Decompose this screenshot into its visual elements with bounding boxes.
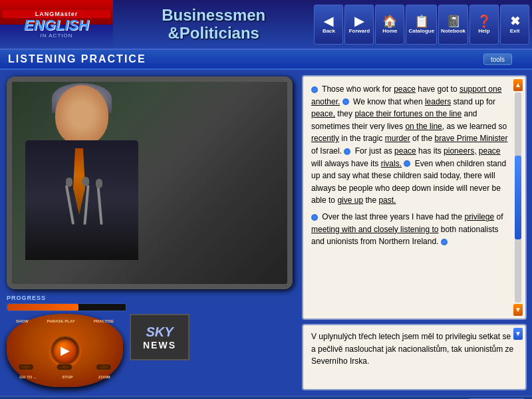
- home-button[interactable]: 🏠 Home: [375, 5, 404, 45]
- progress-bar-background: [7, 303, 126, 311]
- word-recently: recently: [311, 134, 339, 143]
- word-rivals: rivals.: [381, 159, 402, 168]
- word-peace-1: peace: [394, 84, 416, 94]
- progress-area: PROGRESS: [7, 295, 140, 311]
- remote-play-button[interactable]: ▶: [51, 336, 80, 365]
- remote-top-labels: SHOW PHRASE PLAY PRACTISE: [7, 319, 123, 323]
- word-peace-4: peace: [479, 146, 501, 156]
- scroll-down-button[interactable]: ▼: [513, 304, 523, 316]
- word-leaders: leaders: [425, 97, 451, 106]
- right-panel: Those who work for peace have got to sup…: [299, 70, 532, 396]
- scroll-track[interactable]: [515, 92, 521, 303]
- text-scroll-area[interactable]: Those who work for peace have got to sup…: [302, 75, 527, 320]
- remote-section: PROGRESS SHOW PHRASE PLAY PRACTISE ▶: [7, 295, 293, 387]
- remote-row: SHOW PHRASE PLAY PRACTISE ▶ GO TO ... ST…: [7, 314, 293, 387]
- top-bar: LANGMaster ENGLISH IN ACTION Businessmen…: [0, 0, 532, 50]
- catalogue-icon: 📋: [414, 15, 429, 27]
- remote-bottom-labels: GO TO ... STOP ZOOM: [7, 375, 123, 379]
- sky-text: SKY: [146, 325, 173, 340]
- word-fortunes: place their fortunes on the line: [354, 109, 462, 118]
- back-label: Back: [323, 28, 335, 34]
- title-area: Businessmen &Politicians: [113, 0, 314, 49]
- remote-control[interactable]: SHOW PHRASE PLAY PRACTISE ▶ GO TO ... ST…: [7, 314, 123, 387]
- logo-area: LANGMaster ENGLISH IN ACTION: [0, 0, 113, 49]
- main-title: Businessmen &Politicians: [162, 7, 265, 42]
- tv-inner: [12, 82, 287, 284]
- nav-icons: ◀ Back ▶ Forward 🏠 Home 📋 Catalogue 📓 No…: [314, 0, 532, 49]
- tools-button[interactable]: tools: [483, 54, 512, 65]
- catalogue-button[interactable]: 📋 Catalogue: [406, 5, 437, 45]
- exit-icon: ✖: [510, 15, 520, 27]
- bullet-2: [342, 98, 349, 105]
- english-title: ENGLISH: [24, 18, 89, 33]
- remote-small-btn-2[interactable]: [57, 364, 72, 370]
- news-text: NEWS: [143, 340, 176, 350]
- progress-label: PROGRESS: [7, 295, 140, 301]
- back-icon: ◀: [324, 15, 333, 27]
- mic-head-1: [66, 178, 72, 187]
- go-to-label: GO TO ...: [19, 375, 37, 379]
- bullet-6: [441, 239, 448, 245]
- stop-label: STOP: [62, 375, 72, 379]
- catalogue-label: Catalogue: [408, 28, 434, 34]
- mic-head-2: [82, 177, 89, 186]
- bullet-1: [311, 86, 318, 93]
- word-peace-2: peace,: [311, 109, 335, 118]
- forward-label: Forward: [349, 28, 370, 34]
- section-header: LISTENING PRACTICE tools: [0, 50, 532, 70]
- remote-small-btn-3[interactable]: [96, 364, 112, 370]
- notebook-icon: 📓: [446, 15, 461, 27]
- zoom-label: ZOOM: [98, 375, 110, 379]
- sky-news-logo: SKY NEWS: [130, 314, 190, 360]
- progress-bar-fill: [7, 304, 78, 311]
- help-label: Help: [478, 28, 489, 34]
- home-label: Home: [382, 28, 397, 34]
- notebook-button[interactable]: 📓 Notebook: [438, 5, 468, 45]
- word-privilege: privilege: [464, 212, 494, 221]
- translation-text: V uplynulých třech letech jsem měl to pr…: [311, 331, 517, 368]
- word-give-up: give up: [337, 196, 363, 205]
- show-label: SHOW: [16, 319, 29, 323]
- translation-area: ▼ V uplynulých třech letech jsem měl to …: [302, 324, 527, 390]
- tv-screen: [7, 76, 293, 289]
- word-murder: murder: [385, 134, 410, 143]
- help-icon: ❓: [477, 15, 491, 27]
- bullet-4: [404, 160, 410, 167]
- word-meeting: meeting with and closely listening to: [311, 225, 438, 234]
- word-peace-3: peace: [394, 146, 416, 156]
- scroll-up-button[interactable]: ▲: [513, 79, 523, 91]
- speaker-figure: [12, 82, 145, 261]
- word-on-the-line: on the line,: [405, 122, 444, 131]
- notebook-label: Notebook: [441, 28, 466, 34]
- forward-icon: ▶: [354, 15, 364, 27]
- title-line1: Businessmen: [162, 6, 265, 24]
- exit-label: Exit: [510, 28, 520, 34]
- bottom-bar: Return: [0, 396, 532, 399]
- scroll-thumb: [515, 156, 521, 239]
- left-panel: PROGRESS SHOW PHRASE PLAY PRACTISE ▶: [0, 70, 299, 396]
- mic-head-3: [96, 179, 102, 188]
- home-icon: 🏠: [382, 15, 397, 27]
- title-line2: &Politicians: [168, 24, 259, 42]
- translation-scroll-button[interactable]: ▼: [513, 328, 523, 340]
- back-button[interactable]: ◀ Back: [314, 5, 343, 45]
- scroll-bar[interactable]: ▲ ▼: [513, 79, 523, 316]
- help-button[interactable]: ❓ Help: [469, 5, 499, 45]
- bullet-5: [311, 214, 318, 221]
- main-content: PROGRESS SHOW PHRASE PLAY PRACTISE ▶: [0, 70, 532, 396]
- practise-label: PRACTISE: [94, 319, 114, 323]
- text-content: Those who work for peace have got to sup…: [311, 83, 512, 248]
- word-brave-pm: brave Prime Minister: [434, 134, 507, 143]
- section-title: LISTENING PRACTICE: [8, 53, 146, 65]
- remote-small-buttons: [7, 364, 123, 370]
- remote-small-btn-1[interactable]: [18, 364, 34, 370]
- subtitle: IN ACTION: [40, 33, 72, 39]
- phrase-play-label: PHRASE PLAY: [47, 319, 75, 323]
- paragraph-2: Over the last three years I have had the…: [311, 211, 512, 248]
- word-past: past.: [378, 196, 396, 205]
- paragraph-1: Those who work for peace have got to sup…: [311, 83, 512, 207]
- bullet-3: [344, 148, 350, 155]
- exit-button[interactable]: ✖ Exit: [500, 5, 529, 45]
- word-pioneers: pioneers,: [444, 146, 476, 156]
- forward-button[interactable]: ▶ Forward: [344, 5, 374, 45]
